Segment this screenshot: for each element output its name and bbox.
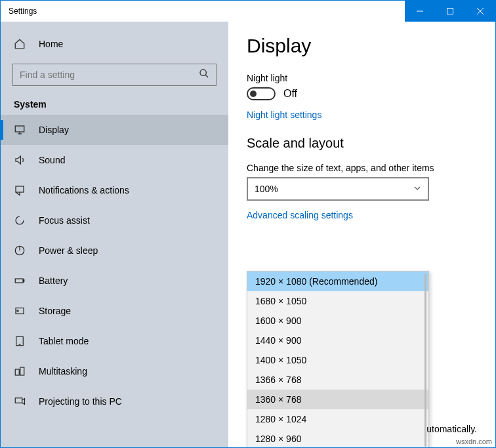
svg-rect-19 xyxy=(20,367,24,375)
sidebar-item-label: Tablet mode xyxy=(39,336,89,346)
sidebar-item-label: Power & sleep xyxy=(39,245,98,256)
scale-value: 100% xyxy=(255,184,278,194)
partial-text: utomatically. xyxy=(426,424,477,434)
svg-rect-18 xyxy=(15,369,19,375)
minimize-button[interactable] xyxy=(405,1,435,22)
multitask-icon xyxy=(14,365,27,377)
sidebar-item-storage[interactable]: Storage xyxy=(1,296,228,326)
sidebar-item-battery[interactable]: Battery xyxy=(1,266,228,296)
monitor-icon xyxy=(14,124,27,136)
advanced-scaling-link[interactable]: Advanced scaling settings xyxy=(247,210,477,220)
scale-combobox[interactable]: 100% xyxy=(247,177,429,201)
night-light-state: Off xyxy=(283,88,297,100)
sidebar-item-tablet-mode[interactable]: Tablet mode xyxy=(1,326,228,356)
sidebar-item-label: Battery xyxy=(39,275,68,286)
storage-icon xyxy=(14,305,27,317)
window-controls xyxy=(405,1,495,22)
sidebar-item-sound[interactable]: Sound xyxy=(1,145,228,175)
sidebar-item-notifications-actions[interactable]: Notifications & actions xyxy=(1,175,228,205)
sidebar-item-projecting-to-this-pc[interactable]: Projecting to this PC xyxy=(1,386,228,417)
main-panel: Display Night light Off Night light sett… xyxy=(228,22,495,447)
scale-heading: Scale and layout xyxy=(247,136,477,151)
sidebar-item-label: Notifications & actions xyxy=(39,185,129,195)
page-title: Display xyxy=(247,35,477,57)
svg-rect-6 xyxy=(15,126,24,132)
sidebar-item-label: Storage xyxy=(39,306,71,316)
svg-point-15 xyxy=(17,310,18,312)
night-light-label: Night light xyxy=(247,73,477,83)
resolution-option[interactable]: 1280 × 960 xyxy=(247,429,428,447)
sidebar: Home System DisplaySoundNotifications & … xyxy=(1,22,228,447)
night-light-settings-link[interactable]: Night light settings xyxy=(247,110,477,120)
window-title: Settings xyxy=(1,7,405,16)
svg-rect-9 xyxy=(16,186,24,192)
svg-line-5 xyxy=(205,75,208,77)
resolution-option[interactable]: 1680 × 1050 xyxy=(247,291,428,311)
home-link[interactable]: Home xyxy=(1,30,228,58)
tablet-icon xyxy=(14,335,27,347)
notifications-icon xyxy=(14,184,27,196)
home-icon xyxy=(14,38,27,50)
svg-point-4 xyxy=(200,70,206,75)
resolution-option[interactable]: 1360 × 768 xyxy=(247,390,428,409)
battery-icon xyxy=(14,275,27,287)
sidebar-item-multitasking[interactable]: Multitasking xyxy=(1,356,228,386)
svg-rect-1 xyxy=(447,9,453,14)
sidebar-item-display[interactable]: Display xyxy=(1,115,228,145)
sidebar-item-label: Multitasking xyxy=(39,366,87,377)
resolution-dropdown[interactable]: 1920 × 1080 (Recommended)1680 × 10501600… xyxy=(247,271,429,447)
svg-rect-20 xyxy=(15,398,22,403)
titlebar: Settings xyxy=(1,1,495,22)
dropdown-scrollbar[interactable] xyxy=(424,274,426,447)
focus-icon xyxy=(14,214,27,226)
section-title: System xyxy=(1,92,228,115)
sidebar-item-label: Sound xyxy=(39,155,65,165)
night-light-toggle[interactable] xyxy=(247,87,276,100)
resolution-option[interactable]: 1920 × 1080 (Recommended) xyxy=(247,272,428,291)
sidebar-item-focus-assist[interactable]: Focus assist xyxy=(1,205,228,235)
resolution-option[interactable]: 1400 × 1050 xyxy=(247,350,428,370)
sidebar-item-label: Projecting to this PC xyxy=(39,396,122,407)
sound-icon xyxy=(14,154,27,166)
search-icon xyxy=(199,68,209,81)
sidebar-item-power-sleep[interactable]: Power & sleep xyxy=(1,235,228,266)
svg-rect-12 xyxy=(15,279,23,283)
chevron-down-icon xyxy=(413,184,421,194)
search-field[interactable] xyxy=(20,70,199,80)
resolution-option[interactable]: 1366 × 768 xyxy=(247,370,428,390)
resolution-option[interactable]: 1280 × 1024 xyxy=(247,409,428,429)
close-button[interactable] xyxy=(465,1,495,22)
resolution-option[interactable]: 1600 × 900 xyxy=(247,311,428,331)
project-icon xyxy=(14,396,27,407)
sidebar-item-label: Focus assist xyxy=(39,215,90,226)
home-label: Home xyxy=(39,39,63,49)
maximize-button[interactable] xyxy=(435,1,465,22)
power-icon xyxy=(14,245,27,256)
scale-label: Change the size of text, apps, and other… xyxy=(247,163,477,173)
search-input[interactable] xyxy=(12,64,217,86)
watermark: wsxdn.com xyxy=(456,438,492,445)
svg-rect-13 xyxy=(23,280,24,282)
sidebar-item-label: Display xyxy=(39,125,69,135)
resolution-option[interactable]: 1440 × 900 xyxy=(247,331,428,350)
